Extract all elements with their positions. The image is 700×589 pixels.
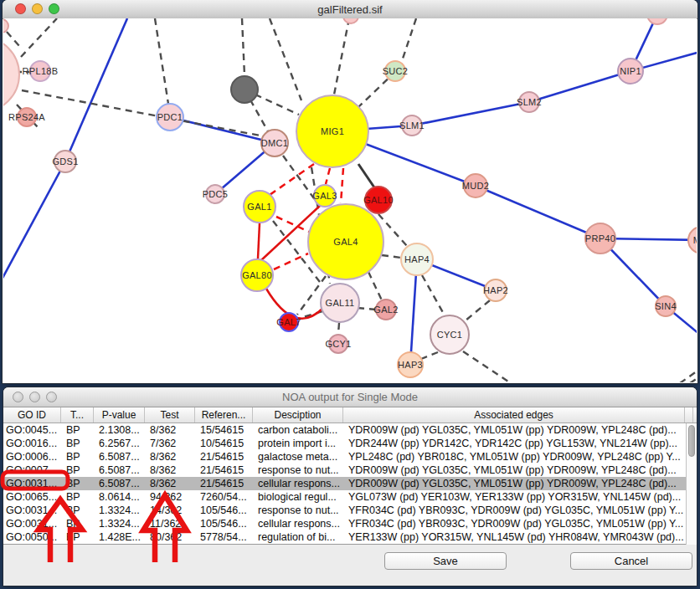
table-row[interactable]: GO:0016...BP6.2567...7/36210/54615protei… bbox=[3, 437, 697, 450]
close-button-icon[interactable] bbox=[15, 3, 26, 14]
graph-node-GAL1[interactable]: GAL1 bbox=[243, 190, 276, 223]
node-label: HAP2 bbox=[483, 285, 508, 295]
graph-edge[interactable] bbox=[242, 18, 244, 75]
node-label: GAL3 bbox=[312, 191, 337, 201]
table-cell: 1.3324... bbox=[94, 517, 145, 530]
graph-edge[interactable] bbox=[476, 186, 600, 238]
table-cell: GO:0045... bbox=[3, 423, 61, 437]
graph-node-HAP4[interactable]: HAP4 bbox=[400, 243, 434, 276]
graph-edge[interactable] bbox=[382, 255, 401, 258]
column-header[interactable]: Test bbox=[145, 407, 195, 423]
graph-edge[interactable] bbox=[21, 18, 57, 57]
graph-edge[interactable] bbox=[466, 300, 490, 320]
graph-node-MIG1[interactable]: MIG1 bbox=[296, 95, 369, 168]
zoom-button-icon[interactable] bbox=[49, 3, 59, 14]
table-cell: 94/362 bbox=[145, 490, 195, 504]
graph-node-PDC1[interactable]: PDC1 bbox=[156, 103, 184, 131]
graph-node-GAL11[interactable]: GAL11 bbox=[320, 283, 360, 323]
graph-node-RPL18B[interactable]: RPL18B bbox=[29, 60, 51, 82]
graph-node-GAL7[interactable]: GAL7 bbox=[279, 312, 299, 332]
table-scrollbar[interactable] bbox=[686, 423, 697, 545]
graph-edge[interactable] bbox=[368, 272, 382, 300]
graph-node-SLM2[interactable]: SLM2 bbox=[518, 91, 540, 113]
column-header[interactable]: P-value bbox=[94, 407, 145, 423]
graph-node-GAL3[interactable]: GAL3 bbox=[313, 184, 337, 207]
graph-node-SIN4[interactable]: SIN4 bbox=[655, 295, 677, 317]
cancel-button[interactable]: Cancel bbox=[570, 552, 692, 570]
table-row[interactable]: GO:0045...BP2.1308...8/36215/54615carbon… bbox=[3, 423, 697, 437]
scrollbar-thumb[interactable] bbox=[688, 425, 695, 457]
save-button[interactable]: Save bbox=[384, 552, 507, 570]
column-header[interactable]: Desciption bbox=[253, 407, 343, 423]
zoom-button-icon[interactable] bbox=[46, 392, 57, 402]
graph-edge[interactable] bbox=[3, 161, 65, 283]
table-cell: response to nut... bbox=[253, 464, 343, 477]
graph-node-PRP40[interactable]: PRP40 bbox=[584, 223, 616, 254]
graph-edge[interactable] bbox=[690, 376, 697, 382]
graph-edge[interactable] bbox=[7, 32, 20, 47]
graph-node-CYC1[interactable]: CYC1 bbox=[430, 315, 470, 355]
table-cell: GO:0031... bbox=[3, 517, 61, 530]
graph-window: galFiltered.sif RPL18BRPS24AGDS1PDC1DMC1… bbox=[3, 0, 697, 383]
graph-edge[interactable] bbox=[276, 217, 309, 232]
node-label: SUC2 bbox=[383, 66, 409, 76]
table-cell: 2.1308... bbox=[94, 423, 145, 437]
graph-edge[interactable] bbox=[422, 275, 445, 315]
graph-node-NIP1[interactable]: NIP1 bbox=[617, 58, 644, 85]
column-header[interactable] bbox=[685, 407, 693, 423]
graph-canvas[interactable]: RPL18BRPS24AGDS1PDC1DMC1MIG1SUC2SLM1SLM2… bbox=[3, 18, 697, 382]
graph-node-RPS24A[interactable]: RPS24A bbox=[17, 107, 37, 127]
graph-node-GDS1[interactable]: GDS1 bbox=[54, 150, 77, 173]
column-header[interactable]: T... bbox=[61, 407, 94, 423]
graph-edge[interactable] bbox=[358, 164, 374, 187]
graph-node-unlabeled[interactable] bbox=[230, 75, 259, 104]
table-cell: 21/54615 bbox=[195, 450, 253, 464]
graph-edge[interactable] bbox=[529, 71, 631, 102]
graph-node-GAL2[interactable]: GAL2 bbox=[375, 299, 397, 320]
table-row[interactable]: GO:0065...BP8.0614...94/3627260/54...bio… bbox=[3, 490, 697, 504]
graph-edge[interactable] bbox=[421, 352, 438, 359]
graph-node-HAP3[interactable]: HAP3 bbox=[397, 351, 424, 378]
graph-node-GAL4[interactable]: GAL4 bbox=[307, 203, 384, 280]
graph-edge[interactable] bbox=[155, 18, 168, 104]
table-row[interactable]: GO:0031...BP1.3324...11/362105/546...cel… bbox=[3, 517, 697, 530]
graph-node-SLM1[interactable]: SLM1 bbox=[401, 115, 423, 136]
graph-node-MUD2[interactable]: MUD2 bbox=[463, 173, 488, 198]
graph-edge[interactable] bbox=[338, 323, 339, 334]
graph-node-HAP2[interactable]: HAP2 bbox=[484, 279, 507, 302]
table-cell: 7/362 bbox=[145, 437, 195, 450]
graph-node-GCY1[interactable]: GCY1 bbox=[328, 334, 348, 354]
table-row[interactable]: GO:0050...BP1.428E...80/3625778/54...reg… bbox=[3, 530, 697, 544]
column-header[interactable]: Referen... bbox=[195, 407, 253, 423]
table-row[interactable]: GO:0007...BP6.5087...8/36221/54615respon… bbox=[3, 464, 697, 477]
table-row[interactable]: GO:0031...BP1.3324...14/362105/546...res… bbox=[3, 504, 697, 517]
table-row[interactable]: GO:0031...BP6.5087...8/36221/54615cellul… bbox=[3, 477, 697, 490]
graph-edge[interactable] bbox=[463, 351, 511, 382]
node-label: RPL18B bbox=[23, 66, 59, 76]
graph-node-DMC1[interactable]: DMC1 bbox=[260, 129, 289, 157]
node-label: SLM2 bbox=[517, 97, 542, 107]
graph-node-SUC2[interactable]: SUC2 bbox=[384, 60, 406, 82]
table-row[interactable]: GO:0006...BP6.5087...8/36221/54615galact… bbox=[3, 450, 697, 464]
graph-edge[interactable] bbox=[22, 90, 265, 136]
graph-edge[interactable] bbox=[65, 18, 127, 161]
graph-node-GAL80[interactable]: GAL80 bbox=[240, 259, 274, 292]
graph-edge[interactable] bbox=[258, 223, 260, 259]
table-cell: GO:0031... bbox=[3, 477, 61, 490]
minimize-button-icon[interactable] bbox=[32, 3, 43, 14]
graph-titlebar[interactable]: galFiltered.sif bbox=[3, 0, 697, 19]
close-button-icon[interactable] bbox=[13, 392, 23, 402]
minimize-button-icon[interactable] bbox=[29, 392, 40, 402]
table-cell: 80/362 bbox=[145, 530, 195, 544]
column-header[interactable]: GO ID bbox=[3, 407, 61, 423]
column-header[interactable]: Associated edges bbox=[343, 407, 685, 423]
node-label: SIN4 bbox=[655, 301, 677, 311]
graph-edge[interactable] bbox=[270, 18, 301, 100]
node-label: GAL11 bbox=[326, 298, 355, 308]
graph-edge[interactable] bbox=[334, 18, 349, 95]
graph-edge[interactable] bbox=[341, 168, 343, 203]
graph-edge[interactable] bbox=[326, 168, 330, 184]
graph-node-PDC5[interactable]: PDC5 bbox=[205, 184, 225, 204]
graph-edge[interactable] bbox=[412, 102, 529, 125]
table-titlebar[interactable]: NOA output for Single Mode bbox=[3, 387, 697, 407]
